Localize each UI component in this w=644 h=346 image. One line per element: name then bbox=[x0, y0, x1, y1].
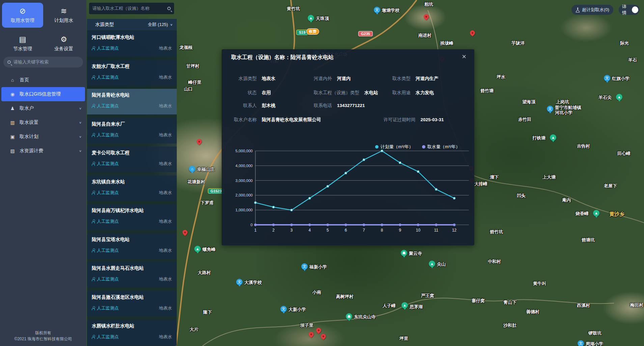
station-item[interactable]: 友能水厂取水工程 人工监测点 地表水 bbox=[87, 60, 177, 86]
station-search-input[interactable]: 请输入取水工程（设施）名称 bbox=[89, 3, 174, 14]
map-label: 黄沙乡 bbox=[609, 211, 624, 216]
search-icon bbox=[167, 7, 171, 10]
person-icon bbox=[92, 46, 95, 50]
map-label: 东坑尖山寺 bbox=[354, 314, 376, 319]
gear-icon: ⚙ bbox=[43, 35, 84, 44]
field-value: 在用 bbox=[262, 90, 271, 96]
sidebar-item-1[interactable]: ⌂ 首页 bbox=[0, 73, 86, 87]
person-icon bbox=[92, 191, 95, 195]
road-badge: G235 bbox=[358, 31, 373, 36]
sidebar-item-label: 取水口GIS信息管理 bbox=[20, 91, 61, 97]
map-label: 黄竹坑 bbox=[287, 6, 300, 11]
legend-item[interactable]: 计划量（m³/年） bbox=[375, 144, 413, 150]
map-label: 箭塘坑 bbox=[582, 237, 595, 242]
field-value: 13432771221 bbox=[337, 103, 365, 108]
sidebar-item-5[interactable]: ▣ 取水计划∨ bbox=[0, 130, 86, 144]
module-4[interactable]: ⚙业务设置 bbox=[43, 31, 84, 56]
over-plan-intake-button[interactable]: 超计划取水(0) bbox=[571, 5, 613, 15]
field-label: 取水户名称 bbox=[233, 117, 257, 123]
home-icon: ⌂ bbox=[9, 77, 16, 83]
map-label: 烧香嶂 bbox=[576, 211, 589, 216]
map-label: 南进村 bbox=[418, 33, 431, 38]
sidebar-item-3[interactable]: ♟ 取水户∨ bbox=[0, 101, 86, 115]
field-label: 联系电话 bbox=[314, 103, 332, 109]
station-item[interactable]: 东坑镇自来水站 人工监测点 地表水 bbox=[87, 176, 177, 201]
map-label: 羊石 bbox=[628, 57, 637, 62]
person-icon bbox=[92, 248, 95, 252]
copyright-line1: 版权所有 bbox=[0, 330, 86, 336]
station-item[interactable]: 陆河县宝塔水电站 人工监测点 地表水 bbox=[87, 233, 177, 259]
module-2[interactable]: ≋计划用水 bbox=[43, 3, 84, 28]
plan-icon: ▣ bbox=[9, 134, 16, 139]
module-label: 节水管理 bbox=[13, 46, 32, 51]
map-label: 周湖小学 bbox=[586, 341, 603, 346]
over-plan-label: 超计划取水(0) bbox=[582, 7, 609, 13]
detail-toggle[interactable]: 详情 bbox=[619, 5, 640, 15]
monitor-type: 人工监测点 bbox=[92, 45, 119, 51]
close-icon[interactable]: × bbox=[462, 53, 466, 61]
map-label: 红旗小学 bbox=[612, 76, 629, 81]
water-source-type: 地表水 bbox=[159, 45, 172, 51]
legend-label: 计划量（m³/年） bbox=[381, 144, 413, 150]
sidebar-search-input[interactable]: 请输入关键字检索 bbox=[3, 57, 83, 68]
legend-label: 取水量（m³/年） bbox=[427, 144, 460, 150]
station-item[interactable]: 陆河县青砼水电站 人工监测点 地表水 bbox=[87, 89, 177, 114]
person-icon bbox=[92, 133, 95, 137]
legend-item[interactable]: 取水量（m³/年） bbox=[422, 144, 460, 150]
map-label: 龙颈根 bbox=[179, 45, 193, 50]
field-label: 联系人 bbox=[233, 103, 257, 109]
station-name: 陆河县宝塔水电站 bbox=[92, 237, 172, 243]
person-icon bbox=[92, 162, 95, 166]
station-item[interactable]: 麦卡公司取水工程 人工监测点 地表水 bbox=[87, 147, 177, 172]
station-item[interactable]: 陆河县水唇走马石水电站 人工监测点 地表水 bbox=[87, 262, 177, 288]
monitor-type: 人工监测点 bbox=[92, 305, 119, 311]
station-item[interactable]: 陆河县激石溪老区水电站 人工监测点 地表水 bbox=[87, 291, 177, 317]
mountain-pin-icon: ▲ bbox=[308, 15, 314, 21]
school-pin-icon: 文 bbox=[236, 279, 243, 285]
user-icon: ♟ bbox=[9, 106, 16, 111]
station-item[interactable]: 陆河县自来水厂 人工监测点 地表水 bbox=[87, 118, 177, 143]
location-pin-icon: ◉ bbox=[9, 91, 16, 97]
map-label: 粗坑 bbox=[424, 2, 433, 7]
station-item[interactable]: 河口镇唱歌潭水电站 人工监测点 地表水 bbox=[87, 31, 177, 57]
water-source-type: 地表水 bbox=[159, 305, 172, 311]
svg-text:7: 7 bbox=[363, 228, 365, 233]
temple-pin-icon: ☗ bbox=[346, 313, 352, 320]
field-value: 地表水 bbox=[262, 76, 276, 82]
mountain-pin-icon: ▲ bbox=[194, 246, 201, 252]
station-name: 友能水厂取水工程 bbox=[92, 63, 172, 70]
source-type-filter[interactable]: 全部 (125) ∨ bbox=[148, 22, 173, 28]
monitor-type: 人工监测点 bbox=[92, 276, 119, 282]
detail-field: 取水工程（设施）类型 水电站 bbox=[314, 90, 378, 96]
filter-value: 全部 (125) bbox=[148, 22, 168, 28]
map-label: 赤竹田 bbox=[518, 117, 531, 122]
svg-text:6: 6 bbox=[345, 228, 347, 233]
svg-text:12: 12 bbox=[452, 228, 457, 233]
field-value: 彭木桃 bbox=[262, 103, 276, 109]
station-item[interactable]: 陆河县南万镇杞洋水电站 人工监测点 地表水 bbox=[87, 204, 177, 230]
legend-dot bbox=[375, 145, 379, 149]
sidebar-item-6[interactable]: ▨ 水资源计费∨ bbox=[0, 144, 86, 158]
monitor-type: 人工监测点 bbox=[92, 103, 119, 109]
station-name: 陆河县激石溪老区水电站 bbox=[92, 294, 172, 300]
svg-text:4,000,000: 4,000,000 bbox=[235, 164, 253, 168]
sidebar-item-4[interactable]: ▥ 取水设置∨ bbox=[0, 115, 86, 130]
svg-text:3,000,000: 3,000,000 bbox=[235, 179, 253, 183]
flask-icon bbox=[576, 7, 580, 12]
school-pin-icon: 文 bbox=[578, 340, 584, 346]
mountain-pin-icon: ▲ bbox=[616, 94, 622, 100]
sidebar-item-2[interactable]: ◉ 取水口GIS信息管理 bbox=[1, 87, 85, 101]
map-label: 沙和肚 bbox=[503, 323, 516, 328]
map-label: 善德村 bbox=[526, 309, 539, 314]
station-search-placeholder: 请输入取水工程（设施）名称 bbox=[92, 5, 149, 11]
map-label: 箭竹坑 bbox=[490, 229, 503, 234]
module-1[interactable]: ⊘取用水管理 bbox=[2, 3, 43, 28]
svg-text:2,000,000: 2,000,000 bbox=[235, 193, 253, 197]
station-name: 麦卡公司取水工程 bbox=[92, 150, 172, 156]
svg-text:5: 5 bbox=[327, 228, 329, 233]
field-label: 取水类型 bbox=[392, 76, 411, 82]
chart-legend: 计划量（m³/年）取水量（m³/年） bbox=[375, 144, 460, 150]
station-item[interactable]: 水唇镇水栏肚水电站 人工监测点 地表水 bbox=[87, 320, 177, 345]
field-label: 河道内外 bbox=[314, 76, 332, 82]
module-3[interactable]: ▤节水管理 bbox=[2, 31, 43, 56]
